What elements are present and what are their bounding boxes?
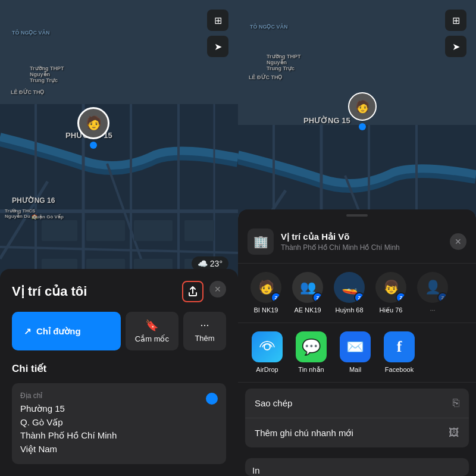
contact-avatar-huynh: 🚤 Z [334,272,365,303]
map-controls-left: ⊞ ➤ [207,10,228,57]
note-icon: 🖼 [449,427,459,439]
map-street-r2: LÊ ĐỨC THỌ [249,74,283,80]
location-dot-right [359,123,366,130]
map-street-label-2: LÊ ĐỨC THỌ [11,89,45,95]
close-button-left[interactable]: ✕ [209,281,226,298]
avatar-circle-left: 🧑 [77,107,109,139]
drag-handle [346,214,368,217]
location-dot [90,142,97,149]
address-lines: Phường 15 Q. Gò Vấp Thành Phố Hồ Chí Min… [20,402,117,456]
copy-icon: ⎘ [453,397,459,409]
contact-name-huynh: Huỳnh 68 [335,306,363,314]
airdrop-label: AirDrop [256,366,278,373]
contact-item-bi[interactable]: 🧑 Z BI NK19 [245,272,287,314]
contact-name-more: ··· [430,306,435,314]
directions-button[interactable]: ↗ Chỉ đường [12,312,121,350]
compass-button[interactable]: ➤ [207,36,228,57]
temperature-value: 23° [210,259,223,268]
right-panel: TÔ NGỌC VÂN LÊ ĐỨC THỌ Trường THPTNguyễn… [238,0,476,476]
location-indicator [206,393,218,405]
apps-row: AirDrop 💬 Tin nhắn ✉️ Mail f Facebook [238,323,476,383]
mail-label: Mail [349,366,361,373]
contact-avatar-bi: 🧑 Z [250,272,281,303]
contact-item-hieu[interactable]: 👦 Z Hiếu 76 [370,272,412,314]
contact-avatar-ae: 👥 Z [292,272,323,303]
location-sub: Thành Phố Hồ Chí Minh Hồ Chí Minh [281,243,443,252]
more-button[interactable]: ··· Thêm [183,312,226,350]
contact-item-ae[interactable]: 👥 Z AE NK19 [287,272,328,314]
more-icon: ··· [200,319,209,331]
address-row: Địa chỉ Phường 15 Q. Gò Vấp Thành Phố Hồ… [20,392,218,456]
detail-section-title: Chi tiết [12,362,226,375]
messages-label: Tin nhắn [298,366,324,374]
svg-point-40 [264,344,270,350]
location-info: Vị trí của Hải Võ Thành Phố Hồ Chí Minh … [281,231,443,252]
address-card: Địa chỉ Phường 15 Q. Gò Vấp Thành Phố Hồ… [12,383,226,464]
contact-avatar-more: 👤 Z [417,272,448,303]
svg-line-2 [0,247,238,253]
map-govap-label: Quận Gò Vấp [33,214,64,220]
location-icon-box: 🏢 [248,228,274,255]
copy-action[interactable]: Sao chép ⎘ [245,389,469,418]
map-controls-right: ⊞ ➤ [445,10,466,57]
sheet-actions: ✕ [182,281,226,302]
action-buttons-left: ↗ Chỉ đường 🔖 Cắm mốc ··· Thêm [12,312,226,350]
map-phuong16-label: PHƯỜNG 16 [12,196,55,205]
map-street-r1: TÔ NGỌC VÂN [250,24,288,30]
app-item-facebook[interactable]: f Facebook [377,331,421,374]
contact-name-bi: BI NK19 [254,306,278,314]
contact-name-hieu: Hiếu 76 [380,306,403,314]
zalo-badge-more: Z [437,292,448,303]
contact-avatar-hieu: 👦 Z [375,272,406,303]
app-item-mail[interactable]: ✉️ Mail [333,331,377,374]
facebook-label: Facebook [385,366,414,373]
note-label: Thêm ghi chú nhanh mới [255,428,353,439]
facebook-icon: f [384,331,415,362]
svg-rect-13 [86,220,125,241]
zalo-badge-ae: Z [312,292,323,303]
app-item-airdrop[interactable]: AirDrop [245,331,289,374]
copy-label: Sao chép [255,398,292,408]
map-phuong15-r: PHƯỜNG 15 [303,116,350,125]
mail-icon: ✉️ [340,331,371,362]
zalo-badge: Z [271,292,281,303]
avatar-pin-left: 🧑 [77,107,109,149]
map-street-label-1: TÔ NGỌC VÂN [12,30,50,36]
weather-icon: ☁️ [198,259,208,268]
svg-rect-14 [134,220,173,241]
address-label: Địa chỉ [20,392,117,400]
map-type-button-right[interactable]: ⊞ [445,10,466,31]
location-header: 🏢 Vị trí của Hải Võ Thành Phố Hồ Chí Min… [238,219,476,264]
bookmark-icon: 🔖 [145,319,158,332]
sheet-header-left: Vị trí của tôi ✕ [12,281,226,302]
share-sheet: 🏢 Vị trí của Hải Võ Thành Phố Hồ Chí Min… [238,209,476,476]
sheet-title-left: Vị trí của tôi [12,284,87,299]
contacts-row: 🧑 Z BI NK19 👥 Z AE NK19 🚤 Z Huỳnh 68 [238,264,476,323]
map-school-r: Trường THPTNguyễnTrung Trực [267,54,301,71]
avatar-circle-right: 🧑 [348,92,377,121]
action-list: Sao chép ⎘ Thêm ghi chú nhanh mới 🖼 [238,383,476,453]
note-action[interactable]: Thêm ghi chú nhanh mới 🖼 [245,418,469,447]
contact-name-ae: AE NK19 [294,306,321,314]
close-share-button[interactable]: ✕ [450,233,466,250]
print-label: In [252,465,260,475]
messages-icon: 💬 [296,331,327,362]
location-name: Vị trí của Hải Võ [281,231,443,242]
contact-item-huynh[interactable]: 🚤 Z Huỳnh 68 [328,272,370,314]
zalo-badge-hieu: Z [396,292,406,303]
map-school-label: Trường THPTNguyễnTrung Trực [30,65,64,83]
app-item-messages[interactable]: 💬 Tin nhắn [289,331,333,374]
directions-icon: ↗ [24,326,32,337]
zalo-badge-huynh: Z [354,292,365,303]
contact-item-more[interactable]: 👤 Z ··· [412,272,453,314]
avatar-pin-right: 🧑 [348,92,377,130]
left-panel: Phòng Khám Ái Vy ✛ TÔ NGỌC VÂN LÊ ĐỨC TH… [0,0,238,476]
airdrop-icon [252,331,283,362]
share-button[interactable] [182,281,203,302]
svg-rect-21 [184,220,214,241]
compass-button-right[interactable]: ➤ [445,36,466,57]
svg-rect-12 [42,220,77,241]
bottom-sheet-left: Vị trí của tôi ✕ ↗ Chỉ đường 🔖 [0,269,238,476]
map-type-button[interactable]: ⊞ [207,10,228,31]
bookmark-button[interactable]: 🔖 Cắm mốc [126,312,178,350]
